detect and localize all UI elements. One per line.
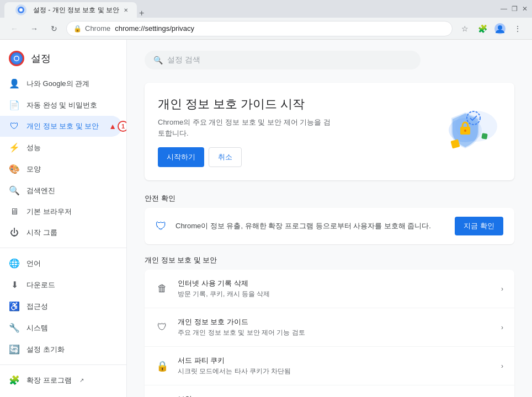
sidebar-item-performance[interactable]: ⚡ 성능 <box>0 137 122 158</box>
bookmark-button[interactable]: ☆ <box>457 21 472 36</box>
svg-point-9 <box>15 57 19 61</box>
settings-list: 🗑 인터넷 사용 기록 삭제 방문 기록, 쿠키, 캐시 등을 삭제 › 🛡 개… <box>145 270 514 397</box>
sidebar-item-download[interactable]: ⬇ 다운로드 <box>0 274 122 296</box>
clear-history-subtitle: 방문 기록, 쿠키, 캐시 등을 삭제 <box>178 289 492 299</box>
check-now-button[interactable]: 지금 확인 <box>455 217 503 235</box>
privacy-guide-title: 개인 정보 보호 가이드 <box>178 317 492 327</box>
close-button[interactable]: ✕ <box>522 5 528 13</box>
settings-item-privacy-guide[interactable]: 🛡 개인 정보 보호 가이드 주요 개인 정보 보호 및 보안 제어 기능 검토… <box>145 308 514 347</box>
back-button[interactable]: ← <box>7 21 22 36</box>
app-logo <box>9 51 24 66</box>
privacy-section-title: 개인 정보 보호 및 보안 <box>145 255 514 265</box>
security-text: 보안 세이프 브라우징(위험한 사이트로부터 보호) 및 기타 보안 설정 <box>178 394 492 397</box>
svg-point-13 <box>464 130 466 132</box>
shield-active-icon: 🛡 <box>9 121 20 131</box>
refresh-button[interactable]: ↻ <box>46 21 62 36</box>
cookies-subtitle: 시크릿 모드에서는 타사 쿠키가 차단됨 <box>178 367 492 376</box>
search-bar[interactable]: 🔍 설정 검색 <box>145 51 421 69</box>
wrench-icon: 🔧 <box>9 323 20 333</box>
address-url: chrome://settings/privacy <box>115 24 194 33</box>
chrome-favicon <box>13 2 29 18</box>
safety-section-title: 안전 확인 <box>145 194 514 203</box>
privacy-guide-subtitle: 주요 개인 정보 보호 및 보안 제어 기능 검토 <box>178 328 492 337</box>
clear-history-title: 인터넷 사용 기록 삭제 <box>178 278 492 288</box>
sidebar-item-system[interactable]: 🔧 시스템 <box>0 317 122 339</box>
external-link-icon: ↗ <box>79 377 84 383</box>
sidebar-item-about[interactable]: ℹ Chrome 정보 <box>0 391 122 397</box>
forward-button[interactable]: → <box>26 21 42 36</box>
settings-item-clear-history[interactable]: 🗑 인터넷 사용 기록 삭제 방문 기록, 쿠키, 캐시 등을 삭제 › <box>145 270 514 308</box>
sidebar-label-extensions: 확장 프로그램 <box>26 375 72 385</box>
cookies-text: 서드 파티 쿠키 시크릿 모드에서는 타사 쿠키가 차단됨 <box>178 356 492 376</box>
lock-icon: 🔒 <box>156 360 169 372</box>
sidebar-item-autofill[interactable]: 📄 자동 완성 및 비밀번호 <box>0 94 122 116</box>
sidebar-item-extensions[interactable]: 🧩 확장 프로그램 ↗ <box>0 369 122 391</box>
svg-point-2 <box>19 8 23 12</box>
profile-button[interactable] <box>492 21 508 36</box>
shield-illustration <box>429 101 501 162</box>
guide-card-title: 개인 정보 보호 가이드 시작 <box>158 96 334 112</box>
sidebar-item-appearance[interactable]: 🎨 모양 <box>0 158 122 180</box>
minimize-button[interactable]: — <box>501 5 507 13</box>
sidebar-item-startup[interactable]: ⏻ 시작 그룹 <box>0 222 122 243</box>
sidebar-item-language[interactable]: 🌐 언어 <box>0 253 122 274</box>
privacy-guide-card: 개인 정보 보호 가이드 시작 Chrome의 주요 개인 정보 보호 및 보안… <box>145 83 514 180</box>
trash-icon: 🗑 <box>156 283 169 294</box>
sidebar-divider-1 <box>0 248 126 248</box>
power-icon: ⏻ <box>9 228 20 238</box>
up-arrow-icon: ▲ <box>109 122 116 131</box>
settings-item-security[interactable]: 🛡 보안 세이프 브라우징(위험한 사이트로부터 보호) 및 기타 보안 설정 … <box>145 385 514 397</box>
sidebar-item-accessibility[interactable]: ♿ 접근성 <box>0 296 122 317</box>
cancel-guide-button[interactable]: 취소 <box>209 147 242 167</box>
active-tab[interactable]: 설정 - 개인 정보 보호 및 보안 ✕ <box>4 2 137 18</box>
paint-icon: 🎨 <box>9 164 20 174</box>
sidebar-label-language: 언어 <box>26 259 41 269</box>
clear-history-text: 인터넷 사용 기록 삭제 방문 기록, 쿠키, 캐시 등을 삭제 <box>178 278 492 299</box>
new-tab-button[interactable]: + <box>139 9 144 18</box>
address-lock-icon: 🔒 <box>73 25 82 33</box>
safety-shield-icon: 🛡 <box>156 220 167 233</box>
svg-point-4 <box>498 25 502 30</box>
search-icon: 🔍 <box>9 185 20 196</box>
sidebar-item-privacy[interactable]: 🛡 개인 정보 보호 및 보안 ▲ 1 <box>0 116 122 137</box>
privacy-guide-text: 개인 정보 보호 가이드 주요 개인 정보 보호 및 보안 제어 기능 검토 <box>178 317 492 337</box>
guide-card-buttons: 시작하기 취소 <box>158 147 334 167</box>
sidebar-item-google-account[interactable]: 👤 나와 Google의 관계 <box>0 73 122 94</box>
extension-button[interactable]: 🧩 <box>475 21 490 36</box>
guide-card-description: Chrome의 주요 개인 정보 보호 및 보안 제어 기능을 검토합니다. <box>158 117 334 138</box>
sidebar-item-default-browser[interactable]: 🖥 기본 브라우저 <box>0 201 122 222</box>
chevron-right-icon-2: › <box>501 324 503 331</box>
start-guide-button[interactable]: 시작하기 <box>158 147 204 167</box>
sidebar-label-autofill: 자동 완성 및 비밀번호 <box>26 100 97 110</box>
sidebar-label-accessibility: 접근성 <box>26 302 48 312</box>
svg-rect-15 <box>481 133 488 140</box>
reset-icon: 🔄 <box>9 344 20 355</box>
extensions-icon: 🧩 <box>9 375 20 385</box>
content-area: 설정 👤 나와 Google의 관계 📄 자동 완성 및 비밀번호 🛡 개인 정… <box>0 40 532 397</box>
address-bar[interactable]: 🔒 Chrome chrome://settings/privacy <box>66 21 453 36</box>
search-bar-icon: 🔍 <box>153 56 163 65</box>
safety-description: Chrome이 정보 유출, 유해한 확장 프로그램 등으로부터 사용자를 보호… <box>175 221 446 232</box>
window-controls: — ❐ ✕ <box>501 5 528 13</box>
sidebar-label-privacy: 개인 정보 보호 및 보안 <box>26 121 99 131</box>
sidebar-label-google-account: 나와 Google의 관계 <box>26 79 89 89</box>
tab-close-button[interactable]: ✕ <box>124 7 128 13</box>
download-icon: ⬇ <box>9 280 20 290</box>
browser-icon: 🖥 <box>9 207 20 217</box>
sidebar-item-search[interactable]: 🔍 검색엔진 <box>0 180 122 201</box>
chevron-right-icon-3: › <box>501 362 503 370</box>
menu-button[interactable]: ⋮ <box>510 21 525 36</box>
address-origin: Chrome <box>85 24 110 33</box>
shield-svg <box>429 101 501 162</box>
restore-button[interactable]: ❐ <box>512 5 518 13</box>
sidebar-label-reset: 설정 초기화 <box>26 345 65 355</box>
annotation-1: ▲ 1 <box>109 121 127 132</box>
sidebar-label-download: 다운로드 <box>26 280 55 290</box>
sidebar-label-appearance: 모양 <box>26 164 41 174</box>
settings-item-cookies[interactable]: 🔒 서드 파티 쿠키 시크릿 모드에서는 타사 쿠키가 차단됨 › <box>145 347 514 385</box>
sidebar-item-reset[interactable]: 🔄 설정 초기화 <box>0 339 122 360</box>
badge-1: 1 <box>118 121 127 132</box>
security-title: 보안 <box>178 394 492 397</box>
sidebar-divider-2 <box>0 364 126 365</box>
tab-bar: 설정 - 개인 정보 보호 및 보안 ✕ + <box>4 0 144 18</box>
